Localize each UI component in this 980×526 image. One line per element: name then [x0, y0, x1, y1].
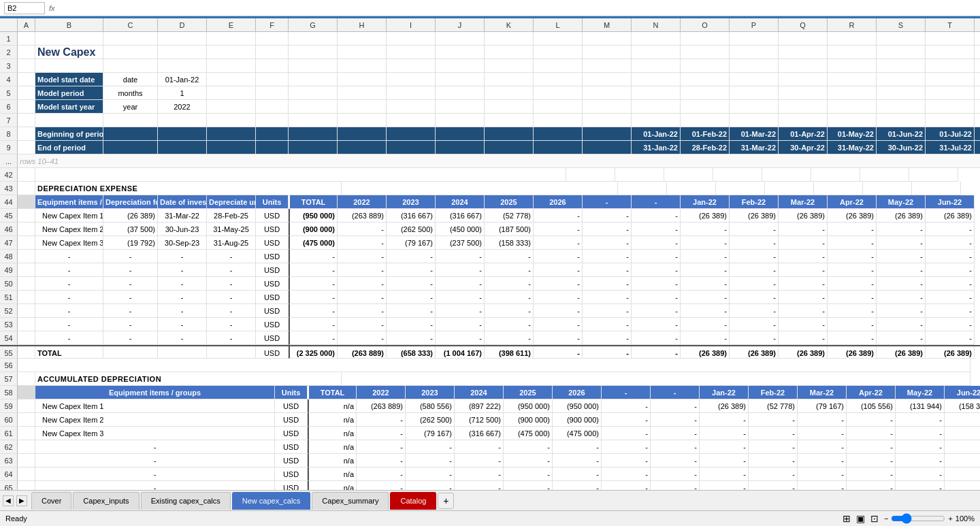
- formula-bar: fx: [0, 0, 980, 16]
- dep-total-row: 55 TOTAL USD (2 325 000) (263 889) (658 …: [0, 345, 980, 359]
- acc-empty-4: 65-USDn/a-------------: [0, 481, 980, 490]
- row-4: 4 Model start date date 01-Jan-22: [0, 73, 980, 86]
- dep-item-5: 49 ---- USD - ----- --------: [0, 263, 980, 277]
- col-header-I[interactable]: I: [387, 18, 436, 31]
- dep-col-dep-until: Depreciate until: [207, 195, 256, 209]
- fx-label: fx: [49, 4, 55, 12]
- col-header-Q[interactable]: Q: [779, 18, 828, 31]
- dep-col-m3: Jan-22: [681, 195, 730, 209]
- dep-col-m2: -: [632, 195, 681, 209]
- col-header-A[interactable]: A: [18, 18, 35, 31]
- zoom-slider[interactable]: [891, 513, 945, 524]
- dep-item-7: 51 ---- USD - ----- --------: [0, 291, 980, 304]
- depreciation-section-title: DEPRECIATION EXPENSE: [35, 182, 342, 195]
- model-period-value[interactable]: 1: [158, 86, 207, 100]
- col-header-G[interactable]: G: [289, 18, 338, 31]
- dep-col-m7: May-22: [877, 195, 926, 209]
- tab-nav-right[interactable]: ▶: [16, 495, 27, 506]
- row-9: 9 End of period 31-Jan-22 28-Feb-22 31-M…: [0, 141, 980, 154]
- view-page-layout-icon[interactable]: ▣: [856, 513, 865, 524]
- col-header-O[interactable]: O: [681, 18, 730, 31]
- dep-item-1: 45 New Capex Item 1 (26 389) 31-Mar-22 2…: [0, 209, 980, 223]
- col-header-J[interactable]: J: [436, 18, 485, 31]
- acc-item-2: 60 New Capex Item 2 USD n/a - (262 500) …: [0, 413, 980, 427]
- row-5: 5 Model period months 1: [0, 86, 980, 100]
- model-start-date-type: date: [103, 73, 158, 86]
- status-bar: Ready ⊞ ▣ ⊡ − + 100%: [0, 510, 980, 526]
- model-start-date-label: Model start date: [35, 73, 103, 86]
- col-header-R[interactable]: R: [828, 18, 877, 31]
- col-header-P[interactable]: P: [730, 18, 779, 31]
- tab-cover[interactable]: Cover: [31, 492, 71, 510]
- view-normal-icon[interactable]: ⊞: [843, 513, 851, 524]
- acc-empty-1: 62-USDn/a-------------: [0, 440, 980, 454]
- name-box[interactable]: [4, 2, 45, 14]
- col-header-B[interactable]: B: [35, 18, 103, 31]
- model-start-year-value[interactable]: 2022: [158, 100, 207, 114]
- col-header-T[interactable]: T: [926, 18, 975, 31]
- dep-item-10: 54 ---- USD - ----- --------: [0, 331, 980, 345]
- model-start-year-label: Model start year: [35, 100, 103, 114]
- col-header-F[interactable]: F: [256, 18, 289, 31]
- col-header-K[interactable]: K: [485, 18, 534, 31]
- zoom-level: 100%: [956, 514, 975, 523]
- dep-col-date-inv: Date of investment: [158, 195, 207, 209]
- tab-new-capex[interactable]: New capex_calcs: [232, 492, 311, 510]
- view-page-break-icon[interactable]: ⊡: [870, 513, 879, 524]
- col-header-S[interactable]: S: [877, 18, 926, 31]
- acc-item-3: 61 New Capex Item 3 USD n/a - (79 167) (…: [0, 427, 980, 440]
- col-header-N[interactable]: N: [632, 18, 681, 31]
- col-header-H[interactable]: H: [338, 18, 387, 31]
- column-headers: A B C D E F G H I J K L M N O P Q R S T …: [0, 18, 980, 32]
- tab-bar: ◀ ▶ Cover Capex_inputs Existing capex_ca…: [0, 490, 980, 510]
- tab-nav-left[interactable]: ◀: [3, 495, 14, 506]
- col-header-L[interactable]: L: [534, 18, 583, 31]
- zoom-out-button[interactable]: −: [884, 514, 888, 523]
- accumulated-headers: 58 Equipment items / groups Units TOTAL …: [0, 386, 980, 399]
- accumulated-section-title: ACCUMULATED DEPRECIATION: [35, 372, 342, 386]
- acc-item-1: 59 New Capex Item 1 USD n/a (263 889) (5…: [0, 399, 980, 413]
- dep-col-total: TOTAL: [289, 195, 338, 209]
- tab-add-button[interactable]: +: [438, 493, 454, 509]
- tab-capex-inputs[interactable]: Capex_inputs: [73, 492, 139, 510]
- row-56: 56: [0, 359, 980, 372]
- col-header-C[interactable]: C: [103, 18, 158, 31]
- model-start-date-value[interactable]: 01-Jan-22: [158, 73, 207, 86]
- model-start-year-type: year: [103, 100, 158, 114]
- tab-existing-capex[interactable]: Existing capex_calcs: [141, 492, 231, 510]
- tab-navigation: ◀ ▶: [3, 495, 27, 506]
- dep-col-m8: Jun-22: [926, 195, 975, 209]
- dep-col-2023: 2023: [387, 195, 436, 209]
- acc-empty-2: 63-USDn/a-------------: [0, 454, 980, 467]
- tab-capex-summary[interactable]: Capex_summary: [312, 492, 389, 510]
- dep-col-depreciation: Depreciation for model period: [103, 195, 158, 209]
- row-42: 42: [0, 168, 980, 182]
- dep-col-items: Equipment items / groups: [35, 195, 103, 209]
- col-header-U[interactable]: U: [975, 18, 980, 31]
- col-header-M[interactable]: M: [583, 18, 632, 31]
- row-gap-1: ... rows 10–41: [0, 154, 980, 168]
- spreadsheet-title: New Capex: [35, 46, 103, 59]
- zoom-in-button[interactable]: +: [948, 514, 952, 523]
- depreciation-headers: 44 Equipment items / groups Depreciation…: [0, 195, 980, 209]
- dep-col-2026: 2026: [534, 195, 583, 209]
- col-header-D[interactable]: D: [158, 18, 207, 31]
- col-header-E[interactable]: E: [207, 18, 256, 31]
- row-6: 6 Model start year year 2022: [0, 100, 980, 114]
- formula-input[interactable]: [59, 3, 976, 14]
- tab-catalog[interactable]: Catalog: [390, 492, 436, 510]
- data-area: 1 2 New Capex: [0, 32, 980, 490]
- status-right: ⊞ ▣ ⊡ − + 100%: [843, 513, 975, 524]
- bop-label: Beginning of period: [35, 127, 103, 141]
- model-period-type: months: [103, 86, 158, 100]
- dep-col-2025: 2025: [485, 195, 534, 209]
- row-7: 7: [0, 114, 980, 127]
- dep-col-m6: Apr-22: [828, 195, 877, 209]
- row-3: 3: [0, 59, 980, 73]
- row-57: 57 ACCUMULATED DEPRECIATION: [0, 372, 980, 386]
- row-1: 1: [0, 32, 980, 46]
- model-period-label: Model period: [35, 86, 103, 100]
- dep-item-9: 53 ---- USD - ----- --------: [0, 318, 980, 331]
- dep-col-m4: Feb-22: [730, 195, 779, 209]
- dep-item-4: 48 - - - - USD - ----- --------: [0, 250, 980, 263]
